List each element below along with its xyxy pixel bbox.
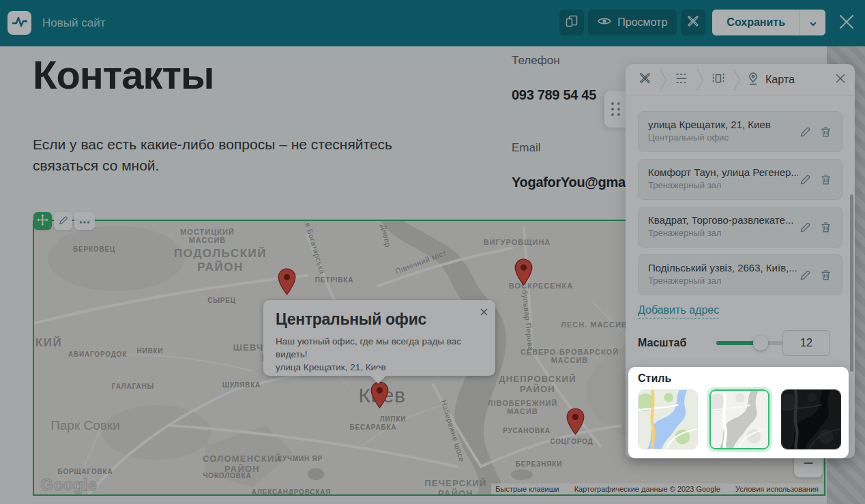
map-attribution: Быстрые клавишиКартографические данные ©… xyxy=(491,484,823,494)
edit-address-icon[interactable] xyxy=(799,125,812,141)
map-label: Парк Совки xyxy=(50,418,120,433)
address-card[interactable]: Комфорт Таун, улица Регенер...Тренажерны… xyxy=(638,159,842,200)
map-label: ГАЛАГАНЫ xyxy=(112,383,154,390)
crossed-pencils-icon xyxy=(639,72,651,87)
shortcuts-link[interactable]: Быстрые клавиши xyxy=(495,485,559,493)
delete-address-icon[interactable] xyxy=(819,221,832,237)
map-style-option-dark[interactable] xyxy=(781,389,841,449)
map-label: СВЯТОШИНСКИЙ РАЙОН xyxy=(33,336,62,364)
ellipsis-icon xyxy=(79,216,90,226)
map-marker[interactable] xyxy=(514,258,533,286)
map-marker[interactable] xyxy=(370,381,389,409)
panel-title: Карта xyxy=(765,74,795,86)
style-options xyxy=(638,389,849,449)
breadcrumb-section-item[interactable] xyxy=(673,72,690,87)
breadcrumb-map-item: Карта xyxy=(747,72,795,88)
email-label: Email xyxy=(512,141,541,155)
drag-dots-icon xyxy=(611,102,620,116)
map-marker[interactable] xyxy=(278,268,296,295)
map-label: МОСТИЦКИЙ МАССИВ xyxy=(180,228,235,244)
address-card[interactable]: Подільський узвіз, 2663, Київ,...Тренаже… xyxy=(638,254,842,295)
chevron-down-icon xyxy=(810,18,817,28)
crossed-pencils-icon xyxy=(686,14,700,31)
map-settings-panel: Карта улица Крещатик, 21, КиевЦентральны… xyxy=(626,64,855,458)
block-icon xyxy=(712,72,725,87)
edit-address-icon[interactable] xyxy=(799,269,812,284)
widget-edit-button[interactable] xyxy=(54,212,72,230)
map-label: ЛЕСН. МАССИВ xyxy=(561,321,628,329)
widget-more-button[interactable] xyxy=(74,212,95,230)
top-bar: Новый сайт Просмотр Сохранить xyxy=(0,0,865,46)
map-label: ШУЛЯВКА xyxy=(222,381,261,389)
device-preview-button[interactable] xyxy=(559,10,584,35)
map-label: ПОДОЛЬСКИЙ РАЙОН xyxy=(174,247,267,274)
breadcrumb-block-item[interactable] xyxy=(710,72,727,87)
address-title: Комфорт Таун, улица Регенер... xyxy=(648,166,798,178)
design-button[interactable] xyxy=(681,10,705,35)
eye-icon xyxy=(598,16,611,29)
editor-close-button[interactable] xyxy=(835,11,858,34)
style-section: Стиль xyxy=(628,367,849,458)
preview-button[interactable]: Просмотр xyxy=(588,10,677,35)
save-dropdown-button[interactable] xyxy=(800,10,825,35)
breadcrumb-separator xyxy=(733,68,741,92)
edit-address-icon[interactable] xyxy=(799,173,812,189)
widget-move-button[interactable] xyxy=(33,212,52,230)
scale-row: Масштаб 12 xyxy=(638,330,842,356)
map-info-popup: Центральный офис Наш уютный офис, где мы… xyxy=(263,300,495,376)
address-subtitle: Тренажерный зал xyxy=(648,180,798,190)
intro-paragraph: Если у вас есть какие-либо вопросы – не … xyxy=(33,134,427,176)
section-rows-icon xyxy=(675,72,688,87)
close-icon xyxy=(836,74,845,86)
address-subtitle: Тренажерный зал xyxy=(648,228,798,238)
email-value: YogaforYou@gmail. xyxy=(512,175,636,190)
delete-address-icon[interactable] xyxy=(819,125,832,141)
map-label: ПЕЧЕРСКИЙ РАЙОН xyxy=(425,478,487,496)
address-subtitle: Центральный офис xyxy=(648,132,798,143)
close-icon xyxy=(839,14,854,31)
address-card[interactable]: Квадрат, Торгово-развлекате...Тренажерны… xyxy=(638,207,842,248)
address-title: Квадрат, Торгово-развлекате... xyxy=(648,214,798,226)
scale-value-input[interactable]: 12 xyxy=(782,330,830,356)
popup-body: Наш уютный офис, где мы всегда рады вас … xyxy=(276,335,483,374)
address-subtitle: Тренажерный зал xyxy=(648,276,798,286)
move-icon xyxy=(37,214,48,228)
add-address-link[interactable]: Добавить адрес xyxy=(638,304,719,318)
popup-title: Центральный офис xyxy=(276,310,483,329)
scale-label: Масштаб xyxy=(638,337,686,349)
map-label: КУЧМИН ЯР xyxy=(278,455,323,462)
address-card[interactable]: улица Крещатик, 21, КиевЦентральный офис xyxy=(638,111,842,152)
breadcrumb-design-item[interactable] xyxy=(636,72,653,87)
page-title: Контакты xyxy=(33,52,214,98)
panel-scrollbar[interactable] xyxy=(850,194,853,372)
widget-toolbar xyxy=(33,212,95,230)
device-pages-icon xyxy=(565,14,578,31)
style-label: Стиль xyxy=(638,372,849,385)
map-label: РУСАНОВКА xyxy=(503,427,551,434)
map-label: ЛІВОБЕРЕЖНИЙ МАСИВ xyxy=(488,399,558,415)
panel-close-button[interactable] xyxy=(836,74,845,86)
panel-breadcrumb: Карта xyxy=(626,64,855,95)
save-button[interactable]: Сохранить xyxy=(712,10,800,35)
pencil-icon xyxy=(58,215,69,228)
google-logo[interactable]: Google xyxy=(41,476,97,494)
map-label: БЕРКОВЕЦ xyxy=(73,246,115,253)
map-label: ДНЕПРОВСКИЙ РАЙОН xyxy=(499,374,576,394)
slider-thumb[interactable] xyxy=(753,336,768,351)
map-marker[interactable] xyxy=(566,408,585,435)
terms-link[interactable]: Условия использования xyxy=(735,485,819,493)
delete-address-icon[interactable] xyxy=(819,173,832,189)
map-label: АВИАГОРОДОК xyxy=(68,351,127,358)
map-style-option-color[interactable] xyxy=(638,389,698,449)
app-logo[interactable] xyxy=(8,11,31,35)
preview-button-label: Просмотр xyxy=(617,16,667,29)
pulse-icon xyxy=(12,15,28,31)
map-style-option-grayscale[interactable] xyxy=(709,389,769,449)
map-label: СЕВЕРО-БРОВАРСКОЙ МАССИВ xyxy=(521,348,619,364)
panel-drag-handle[interactable] xyxy=(604,91,627,128)
breadcrumb-separator xyxy=(696,68,704,92)
delete-address-icon[interactable] xyxy=(819,269,832,284)
site-title: Новый сайт xyxy=(42,16,105,30)
edit-address-icon[interactable] xyxy=(799,221,812,237)
popup-close-icon[interactable] xyxy=(480,306,488,318)
